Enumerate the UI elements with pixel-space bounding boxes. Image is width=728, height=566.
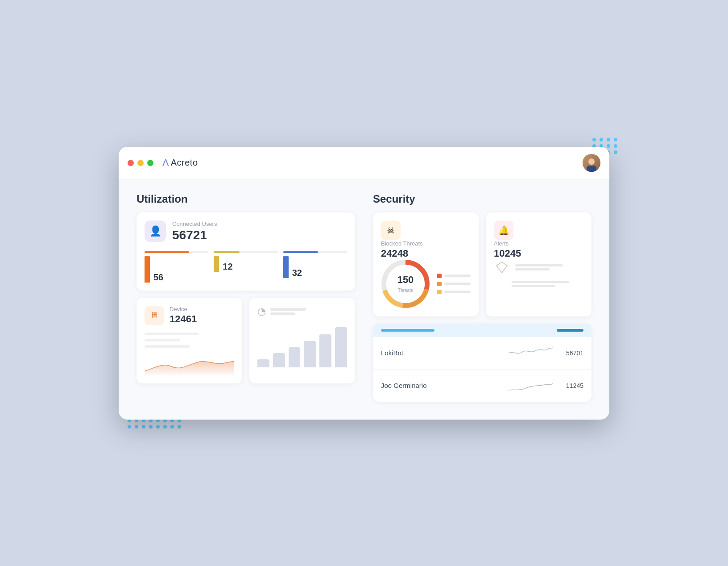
bar-rect-3: [283, 256, 289, 278]
bar-col-4: [304, 341, 316, 367]
table-name-2: Joe Germinario: [381, 382, 509, 389]
chart-header: ◔: [257, 306, 347, 317]
bar-col-2: [273, 353, 285, 367]
bar-item-2: 12: [214, 251, 277, 283]
device-wave: [145, 353, 234, 375]
skull-icon: ☠: [387, 225, 395, 236]
table-value-2: 11245: [557, 382, 583, 389]
device-label: Device: [170, 306, 197, 312]
threats-card: ☠ Blocked Threats 24248: [373, 212, 479, 316]
table-header-bar-1: [381, 329, 434, 332]
utilization-section: Utilization 👤 Connected Users 56721: [136, 193, 355, 402]
table-name-1: LokiBot: [381, 349, 509, 357]
browser-window: Λ Acreto Utilization: [119, 147, 609, 420]
donut-number: 150: [397, 274, 414, 286]
maximize-button[interactable]: [147, 160, 153, 166]
connected-users-card: 👤 Connected Users 56721: [136, 212, 355, 291]
legend-item-3: [437, 290, 471, 294]
donut-chart: 150 Threats: [381, 259, 430, 308]
user-icon: 👤: [149, 225, 161, 237]
device-card: 🖥 Device 12461: [136, 298, 242, 383]
bar-chart: [257, 323, 347, 367]
legend-line-1: [444, 275, 471, 277]
device-info: Device 12461: [170, 306, 197, 325]
device-row-2: [145, 339, 180, 341]
bar-display-3: 32: [283, 256, 347, 278]
legend-item-1: [437, 274, 471, 278]
avatar-image: [583, 154, 600, 172]
avatar[interactable]: [583, 154, 600, 172]
legend-dot-1: [437, 274, 442, 278]
device-row-1: [145, 333, 199, 335]
main-content: Utilization 👤 Connected Users 56721: [119, 179, 609, 420]
security-top: ☠ Blocked Threats 24248: [373, 212, 592, 316]
wave-chart: [145, 353, 234, 375]
connected-users-info: Connected Users 56721: [172, 221, 217, 242]
logo-text: Acreto: [171, 158, 198, 168]
diamond-lines-1: [515, 264, 583, 271]
dline-1: [515, 264, 563, 266]
sparkline-1: [509, 344, 553, 362]
table-row-lokibot[interactable]: LokiBot 56701: [373, 337, 592, 370]
bar-display-1: 56: [145, 256, 208, 283]
donut-text: 150 Threats: [397, 274, 414, 294]
table-value-1: 56701: [557, 350, 583, 357]
logo-icon: Λ: [162, 157, 169, 169]
diamond-svg: [496, 261, 508, 274]
bar-item-3: 32: [283, 251, 347, 283]
threat-value: 24248: [381, 248, 471, 259]
chart-header-lines: [270, 308, 306, 315]
bar-num-2: 12: [223, 262, 232, 272]
device-value: 12461: [170, 313, 197, 325]
diamond-row-2: [494, 281, 583, 287]
logo: Λ Acreto: [162, 157, 583, 169]
util-bars: 56 12: [145, 251, 347, 283]
device-header: 🖥 Device 12461: [145, 306, 234, 325]
user-icon-bg: 👤: [145, 221, 166, 242]
diamond-row-1: [494, 259, 583, 275]
bar-col-3: [289, 347, 301, 367]
connected-users-value: 56721: [172, 228, 217, 242]
pie-icon: ◔: [257, 306, 266, 317]
bar-col-1: [257, 359, 269, 367]
bar-fill-2: [214, 251, 239, 253]
bar-rect-2: [214, 256, 219, 272]
dline-4: [512, 285, 555, 287]
device-icon-bg: 🖥: [145, 306, 164, 325]
alerts-value: 10245: [494, 248, 583, 259]
connected-users-label: Connected Users: [172, 221, 217, 227]
security-table: LokiBot 56701 Joe Germinario: [373, 324, 592, 402]
bar-line-1: [145, 251, 208, 253]
bar-num-3: 32: [292, 268, 302, 278]
table-header-bar-2: [557, 329, 583, 332]
bar-num-1: 56: [153, 272, 163, 283]
browser-controls: [128, 160, 153, 166]
device-row-3: [145, 345, 190, 348]
alert-icon-bg: 🔔: [494, 221, 513, 240]
table-row-joe[interactable]: Joe Germinario 11245: [373, 370, 592, 402]
utilization-title: Utilization: [136, 193, 355, 205]
security-section: Security ☠ Blocked Threats 242: [373, 193, 592, 402]
bar-line-3: [283, 251, 347, 253]
alerts-info: Alerts 10245: [494, 240, 583, 259]
threat-label: Blocked Threats: [381, 240, 471, 247]
minimize-button[interactable]: [137, 160, 144, 166]
legend-item-2: [437, 282, 471, 286]
bar-line-2: [214, 251, 277, 253]
avatar-body: [587, 166, 596, 172]
bar-item-1: 56: [145, 251, 208, 283]
bar-fill-1: [145, 251, 189, 253]
close-button[interactable]: [128, 160, 134, 166]
bar-rect-1: [145, 256, 150, 283]
avatar-person: [586, 158, 597, 172]
util-bottom: 🖥 Device 12461: [136, 298, 355, 383]
svg-marker-4: [496, 262, 507, 273]
dline-2: [515, 268, 550, 271]
table-header-row: [373, 324, 592, 337]
sections: Utilization 👤 Connected Users 56721: [136, 193, 592, 402]
security-title: Security: [373, 193, 592, 205]
sparkline-2: [509, 377, 553, 395]
chart-placeholder-1: [270, 308, 306, 311]
legend-line-2: [444, 283, 471, 285]
alerts-label: Alerts: [494, 240, 583, 247]
